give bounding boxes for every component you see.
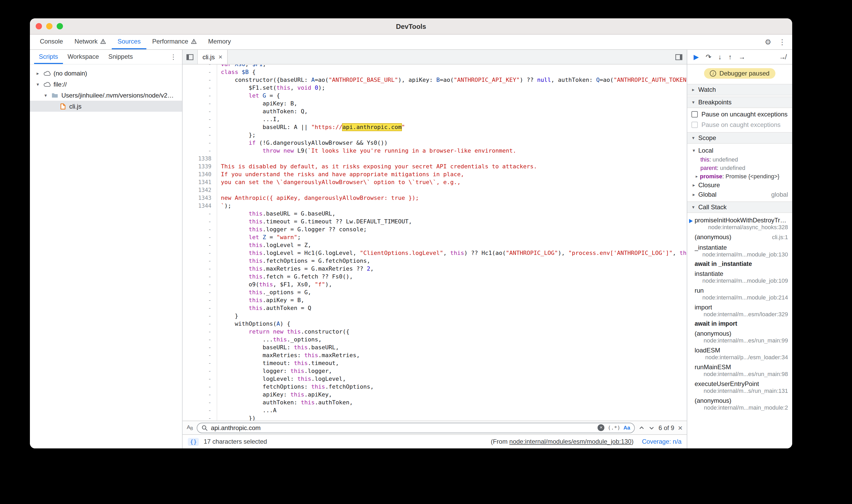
tree-item-file[interactable]: ▾file:// (30, 79, 182, 90)
tree-item-users-jinhuilee-nvm-versions-node-v2[interactable]: ▾Users/jinhuilee/.nvm/versions/node/v2… (30, 90, 182, 101)
settings-icon[interactable]: ⚙ (765, 38, 771, 46)
tab-memory[interactable]: Memory (202, 35, 237, 49)
scope-variable-promise[interactable]: ▸promise: Promise {<pending>} (687, 172, 792, 180)
zoom-window-button[interactable] (57, 23, 63, 29)
call-stack-frame-run[interactable]: runnode:internal/m...module_job:214 (687, 285, 792, 302)
code-line[interactable]: -var Xs0, $F1, (182, 65, 687, 68)
code-line[interactable]: - } (182, 312, 687, 320)
code-editor[interactable]: -var Xs0, $F1,-class $B {- constructor({… (182, 65, 687, 420)
code-line[interactable]: - }) (182, 414, 687, 420)
code-line[interactable]: - logLevel: this.logLevel, (182, 375, 687, 383)
deactivate-breakpoints-icon[interactable]: ↛ (779, 54, 786, 60)
more-options-icon[interactable]: ⋮ (779, 38, 786, 46)
code-line[interactable]: - this.maxRetries = G.maxRetries ?? 2, (182, 265, 687, 273)
code-line[interactable]: - throw new L9(`It looks like you're run… (182, 147, 687, 155)
code-line[interactable]: - baseURL: A || "https://api.anthropic.c… (182, 123, 687, 131)
checkbox[interactable] (691, 111, 698, 118)
navigator-more-icon[interactable]: ⋮ (170, 50, 182, 64)
code-line[interactable]: - authToken: this.authToken, (182, 399, 687, 407)
code-line[interactable]: - authToken: Q, (182, 108, 687, 115)
scope-variable-this[interactable]: this: undefined (687, 155, 792, 164)
code-line[interactable]: - this.logLevel = Hc1(G.logLevel, "Clien… (182, 249, 687, 257)
breakpoint-option-pause-on-uncaught-exceptions[interactable]: Pause on uncaught exceptions (687, 109, 792, 120)
code-line[interactable]: - let G = { (182, 92, 687, 100)
call-stack-frame-instantiate[interactable]: _instantiatenode:internal/m...module_job… (687, 242, 792, 259)
code-line[interactable]: - o9(this, $F1, Xs0, "f"), (182, 281, 687, 288)
code-line[interactable]: - this.timeout = G.timeout ?? Lw.DEFAULT… (182, 218, 687, 226)
call-stack-frame-anonymous[interactable]: (anonymous)node:internal/m...main_module… (687, 395, 792, 412)
chevron-right-icon[interactable]: ▸ (35, 71, 40, 76)
clear-search-icon[interactable]: × (598, 424, 605, 431)
code-line[interactable]: - baseURL: this.baseURL, (182, 343, 687, 352)
code-line[interactable]: - this.logLevel = Z, (182, 241, 687, 249)
code-line[interactable]: - this.baseURL = G.baseURL, (182, 210, 687, 218)
close-search-icon[interactable]: × (678, 424, 682, 432)
step-into-icon[interactable]: ↓ (718, 54, 722, 60)
code-line[interactable]: - withOptions(A) { (182, 320, 687, 328)
breakpoints-section-header[interactable]: ▾ Breakpoints (687, 96, 792, 108)
scope-group-global[interactable]: ▸Globalglobal (687, 190, 792, 199)
code-line[interactable]: - logger: this.logger, (182, 367, 687, 375)
regex-toggle[interactable]: (.*) (608, 425, 620, 431)
step-over-icon[interactable]: ↷ (706, 54, 711, 60)
scope-section-header[interactable]: ▾ Scope (687, 132, 792, 144)
chevron-down-icon[interactable]: ▾ (43, 93, 48, 98)
sidebar-tab-snippets[interactable]: Snippets (104, 50, 138, 64)
close-window-button[interactable] (36, 23, 42, 29)
chevron-down-icon[interactable]: ▾ (35, 82, 40, 87)
match-case-toggle[interactable]: Aa (623, 425, 631, 431)
call-stack-frame-loadesm[interactable]: loadESMnode:internal/p.../esm_loader:34 (687, 345, 792, 362)
code-line[interactable]: - ...A (182, 407, 687, 414)
tab-console[interactable]: Console (34, 35, 69, 49)
code-line[interactable]: - fetchOptions: this.fetchOptions, (182, 383, 687, 391)
tree-item-cli-js[interactable]: cli.js (30, 101, 182, 112)
search-input-wrapper[interactable]: × (.*) Aa (197, 422, 635, 433)
scope-variable-parent[interactable]: parent: undefined (687, 164, 792, 172)
code-line[interactable]: 1340If you understand the risks and have… (182, 170, 687, 178)
step-out-icon[interactable]: ↑ (728, 54, 732, 60)
search-mode-icon[interactable]: AB (187, 425, 193, 431)
toggle-navigator-icon[interactable] (182, 50, 198, 64)
code-line[interactable]: - apiKey: this.apiKey, (182, 391, 687, 399)
call-stack-frame-promiseinithookwithdestroytr[interactable]: promiseInitHookWithDestroyTr…node:intern… (687, 215, 792, 232)
code-line[interactable]: - constructor({baseURL: A=ao("ANTHROPIC_… (182, 76, 687, 84)
code-line[interactable]: - let Z = "warn"; (182, 233, 687, 241)
breakpoint-option-pause-on-caught-exceptions[interactable]: Pause on caught exceptions (687, 120, 792, 130)
code-line[interactable]: 1338 (182, 155, 687, 163)
call-stack-section-header[interactable]: ▾ Call Stack (687, 201, 792, 213)
call-stack-frame-import[interactable]: importnode:internal/m...esm/loader:329 (687, 302, 792, 319)
step-icon[interactable]: → (739, 54, 745, 60)
code-line[interactable]: - }; (182, 131, 687, 139)
code-line[interactable]: - timeout: this.timeout, (182, 359, 687, 367)
source-origin-link[interactable]: node:internal/modules/esm/module_job:130 (510, 438, 632, 445)
code-line[interactable]: 1342 (182, 186, 687, 194)
search-input[interactable] (211, 424, 595, 431)
sidebar-tab-scripts[interactable]: Scripts (34, 50, 63, 64)
code-line[interactable]: 1339This is disabled by default, as it r… (182, 163, 687, 170)
minimize-window-button[interactable] (46, 23, 52, 29)
code-line[interactable]: 1343new Anthropic({ apiKey, dangerouslyA… (182, 194, 687, 202)
toggle-debugger-icon[interactable] (675, 50, 687, 64)
tree-item-no-domain[interactable]: ▸(no domain) (30, 68, 182, 79)
call-stack-frame-anonymous[interactable]: (anonymous)node:internal/m...es/run_main… (687, 328, 792, 345)
call-stack-frame-instantiate[interactable]: instantiatenode:internal/m...module_job:… (687, 269, 792, 285)
previous-match-button[interactable] (638, 425, 645, 431)
code-line[interactable]: - ...I, (182, 115, 687, 123)
pretty-print-toggle[interactable]: {} (188, 438, 199, 446)
scope-group-local[interactable]: ▾Local (687, 146, 792, 155)
scope-group-closure[interactable]: ▸Closure (687, 180, 792, 190)
coverage-link[interactable]: Coverage: n/a (642, 438, 681, 445)
sidebar-tab-workspace[interactable]: Workspace (63, 50, 104, 64)
code-line[interactable]: - $F1.set(this, void 0); (182, 84, 687, 92)
close-tab-icon[interactable]: × (218, 54, 223, 60)
code-line[interactable]: - this.fetchOptions = G.fetchOptions, (182, 257, 687, 265)
tab-sources[interactable]: Sources (112, 35, 146, 49)
tab-performance[interactable]: Performance (146, 35, 202, 49)
code-line[interactable]: - this.logger = G.logger ?? console; (182, 226, 687, 233)
code-line[interactable]: - maxRetries: this.maxRetries, (182, 352, 687, 359)
checkbox[interactable] (691, 122, 698, 128)
code-line[interactable]: 1344`); (182, 202, 687, 210)
code-line[interactable]: -class $B { (182, 68, 687, 76)
code-line[interactable]: - this.apiKey = B, (182, 296, 687, 304)
call-stack-frame-runmainesm[interactable]: runMainESMnode:internal/m...es/run_main:… (687, 362, 792, 379)
